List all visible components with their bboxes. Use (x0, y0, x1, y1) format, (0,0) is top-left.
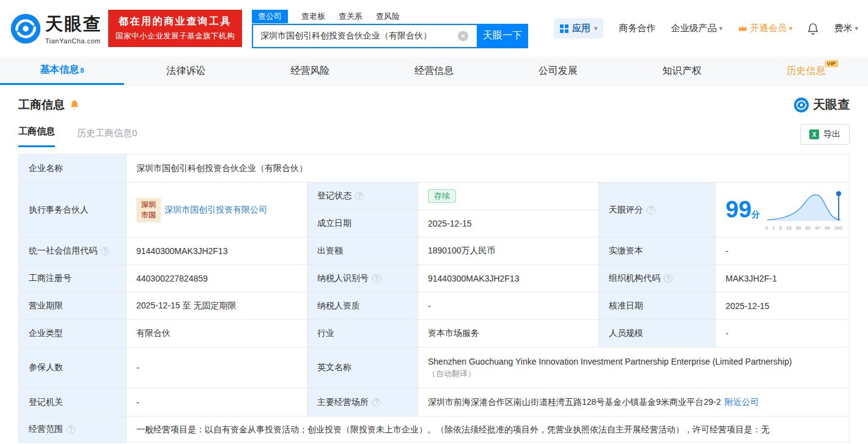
grid-icon (560, 24, 568, 33)
clear-icon[interactable]: ✕ (458, 31, 468, 41)
field-approval-date-label: 核准日期 (599, 293, 715, 319)
tab-operating-risk-label: 经营风险 (290, 65, 329, 78)
excel-icon: X (809, 129, 819, 139)
search-tab-risk[interactable]: 查风险 (376, 11, 400, 22)
partner-company-link[interactable]: 深圳市国创引投资有限公司 (164, 205, 267, 216)
section-header: 工商信息 天眼查 (18, 96, 850, 113)
help-icon[interactable]: ? (355, 192, 364, 200)
export-label: 导出 (823, 129, 840, 140)
bell-icon (807, 23, 818, 35)
section-title-row: 工商信息 (18, 97, 79, 113)
field-business-scope-label: 经营范围? (19, 417, 126, 442)
monitor-bell-icon[interactable] (70, 100, 79, 110)
field-approval-date-value: 2025-12-15 (716, 293, 849, 319)
score-number: 99分 (726, 197, 760, 223)
brand-domain: TianYanCha.com (45, 37, 102, 45)
search-tabs: 查公司 查老板 查关系 查风险 (252, 9, 528, 24)
enterprise-product-link[interactable]: 企业级产品 ▾ (671, 23, 723, 34)
chevron-down-icon: ▾ (719, 24, 723, 32)
field-address-label: 主要经营场所? (307, 388, 417, 416)
business-coop-link[interactable]: 商务合作 (619, 23, 655, 34)
field-insured-label: 参保人数 (19, 348, 126, 388)
header: 天眼查 TianYanCha.com 都在用的商业查询工具 国家中小企业发展子基… (0, 0, 868, 57)
help-icon[interactable]: ? (372, 274, 381, 283)
open-vip-link[interactable]: 开通会员 ▾ (738, 23, 793, 34)
user-menu[interactable]: 费米 ▾ (834, 23, 858, 34)
help-icon[interactable]: ? (67, 425, 75, 434)
watermark-text: 天眼查 (813, 96, 850, 113)
field-company-type-value: 有限合伙 (127, 320, 307, 347)
field-executive-partner-label: 执行事务合伙人 (19, 183, 126, 237)
top-navigation: 应用 ▾ 商务合作 企业级产品 ▾ 开通会员 ▾ 费米 ▾ (554, 18, 858, 38)
username: 费米 (834, 23, 852, 34)
subtab-business-info[interactable]: 工商信息 (18, 126, 55, 147)
field-insured-value: - (127, 348, 307, 388)
partner-company-logo[interactable]: 深圳市国 (136, 198, 161, 222)
chevron-down-icon: ▾ (594, 24, 598, 32)
score-chart: 0151550609799100 (765, 189, 843, 231)
field-tax-qualification-label: 纳税人资质 (307, 293, 417, 319)
score-curve-chart (765, 189, 843, 225)
field-capital-label: 出资额 (307, 238, 417, 264)
tab-history-info[interactable]: 历史信息 VIP (744, 57, 868, 85)
field-reg-status-label: 登记状态? (307, 183, 417, 209)
notification-bell[interactable] (807, 23, 818, 35)
search-bar: ✕ 天眼一下 (252, 24, 528, 48)
field-capital-value: 1890100万人民币 (418, 238, 598, 264)
tianyancha-logo-icon (10, 13, 42, 45)
field-paid-capital-label: 实缴资本 (599, 238, 715, 264)
help-icon[interactable]: ? (664, 274, 672, 283)
field-tax-qualification-value: - (418, 293, 598, 319)
field-registration-authority-value: - (127, 388, 307, 416)
field-founded-label: 成立日期 (307, 210, 417, 237)
field-industry-label: 行业 (307, 320, 417, 347)
subtab-history-business-info[interactable]: 历史工商信息0 (77, 128, 137, 147)
search-tab-boss[interactable]: 查老板 (301, 11, 325, 22)
tianyancha-logo-icon (793, 97, 809, 113)
field-company-name-label: 企业名称 (19, 155, 126, 182)
field-executive-partner-value: 深圳市国 深圳市国创引投资有限公司 (127, 183, 307, 237)
field-org-code-value: MAK3JH2F-1 (716, 265, 849, 292)
field-business-scope-value: 一般经营项目是：以自有资金从事投资活动；创业投资（限投资未上市企业）。（除依法须… (127, 417, 849, 442)
tab-company-development[interactable]: 公司发展 (496, 57, 620, 85)
tab-intellectual-property[interactable]: 知识产权 (620, 57, 744, 85)
field-org-code-label: 组织机构代码? (599, 265, 715, 292)
apps-button[interactable]: 应用 ▾ (554, 18, 604, 38)
brand-logo[interactable]: 天眼查 TianYanCha.com (10, 12, 102, 45)
business-coop-label: 商务合作 (619, 23, 655, 34)
search-tab-relation[interactable]: 查关系 (339, 11, 362, 22)
slogan-line1: 都在用的商业查询工具 (116, 15, 235, 28)
tab-company-development-label: 公司发展 (539, 65, 578, 78)
field-score-label: 天眼评分? (599, 183, 715, 237)
main-content: 工商信息 天眼查 工商信息 历史工商信息0 X 导出 企业名称 (0, 96, 868, 443)
search-tab-company[interactable]: 查公司 (252, 10, 288, 23)
field-english-name-label: 英文名称 (307, 348, 417, 388)
field-english-name-value: Shenzhen Guochuang Yinke Innovation Inve… (418, 348, 849, 388)
status-badge: 存续 (428, 189, 456, 203)
tab-operating-risk[interactable]: 经营风险 (248, 57, 372, 85)
chevron-down-icon: ▾ (789, 24, 793, 32)
slogan-line2: 国家中小企业发展子基金旗下机构 (116, 31, 235, 42)
crown-icon (738, 24, 748, 32)
field-staff-size-value: - (716, 320, 849, 347)
field-industry-value: 资本市场服务 (418, 320, 598, 347)
nearby-companies-link[interactable]: 附近公司 (724, 397, 759, 408)
tab-operating-info[interactable]: 经营信息 (372, 57, 496, 85)
field-paid-capital-value: - (716, 238, 849, 264)
apps-label: 应用 (572, 23, 590, 34)
tab-intellectual-property-label: 知识产权 (663, 65, 702, 78)
search-button[interactable]: 天眼一下 (477, 24, 528, 48)
search-input[interactable] (252, 24, 477, 48)
help-icon[interactable]: ? (647, 206, 655, 214)
tab-basic-info[interactable]: 基本信息8 (0, 57, 124, 85)
help-icon[interactable]: ? (372, 398, 381, 407)
field-reg-no-label: 工商注册号 (19, 265, 126, 292)
field-registration-authority-label: 登记机关 (19, 388, 126, 416)
field-credit-code-value: 91440300MAK3JH2F13 (127, 238, 307, 264)
vip-badge: VIP (825, 60, 839, 67)
tab-operating-info-label: 经营信息 (414, 65, 454, 78)
field-reg-status-value: 存续 (418, 183, 598, 209)
export-button[interactable]: X 导出 (800, 124, 850, 145)
help-icon[interactable]: ? (101, 247, 109, 255)
tab-legal[interactable]: 法律诉讼 (124, 57, 248, 85)
